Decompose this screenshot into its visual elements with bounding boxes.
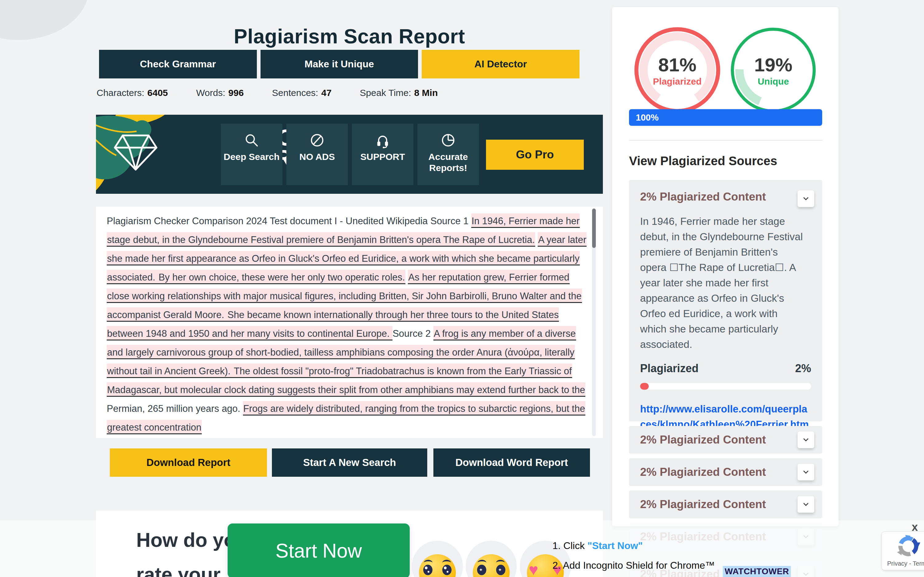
expand-source-button[interactable] <box>798 464 814 480</box>
instruction-step-2: 2. Add Incognito Shield for Chrome™ <box>552 556 715 575</box>
instruction-step-1: 1. Click "Start Now" <box>552 536 715 556</box>
go-pro-banner: GO PRO Deep Search NO ADS <box>96 115 603 194</box>
text-segment: Plagiarism Checker Comparison 2024 Test … <box>107 216 471 226</box>
headset-icon <box>375 132 391 148</box>
expand-source-button[interactable] <box>798 496 814 513</box>
source-card-collapsed[interactable]: 2% Plagiarized Content <box>629 426 822 454</box>
go-pro-button[interactable]: Go Pro <box>486 140 584 170</box>
unique-percent: 19% <box>754 54 792 76</box>
check-grammar-button[interactable]: Check Grammar <box>99 50 257 79</box>
scan-progress-bar: 100% <box>629 109 822 126</box>
text-segment <box>405 272 408 283</box>
source-meter-label: Plagiarized <box>640 362 698 375</box>
plagiarized-segment: By her own choice, these were her only t… <box>158 270 405 284</box>
stat-speak-time: Speak Time:8 Min <box>360 88 438 98</box>
source-excerpt: In 1946, Ferrier made her stage debut, i… <box>640 214 806 352</box>
download-word-report-button[interactable]: Download Word Report <box>434 448 590 477</box>
source-meter-value: 2% <box>795 362 811 375</box>
start-now-text-link[interactable]: "Start Now" <box>587 540 643 551</box>
source-meter-fill <box>640 383 649 390</box>
diamond-icon <box>111 132 161 172</box>
document-scrollbar-thumb[interactable] <box>592 208 596 248</box>
sources-heading: View Plagiarized Sources <box>629 154 777 168</box>
chevron-down-icon <box>802 500 810 508</box>
make-it-unique-button[interactable]: Make it Unique <box>261 50 418 79</box>
stat-words: Words:996 <box>196 88 244 98</box>
plagiarism-report-page: Plagiarism Scan Report Check Grammar Mak… <box>0 0 924 577</box>
document-text: Plagiarism Checker Comparison 2024 Test … <box>107 212 587 437</box>
go-pro-features: Deep Search NO ADS SUPPORT <box>221 124 479 185</box>
corner-decoration <box>0 0 89 40</box>
feature-no-ads: NO ADS <box>286 124 348 185</box>
chevron-down-icon <box>802 468 810 476</box>
source-meter-track <box>640 383 811 390</box>
plagiarized-label: Plagiarized <box>653 76 701 87</box>
stat-characters: Characters:6405 <box>97 88 168 98</box>
start-new-search-button[interactable]: Start A New Search <box>272 448 427 477</box>
recaptcha-privacy-terms[interactable]: Privacy - Terms <box>882 560 924 567</box>
scanned-document-card: Plagiarism Checker Comparison 2024 Test … <box>96 207 603 438</box>
source-card-collapsed[interactable]: 2% Plagiarized Content <box>629 491 822 518</box>
pie-chart-icon <box>440 132 456 148</box>
plagiarized-gauge: 81% Plagiarized <box>632 25 722 115</box>
page-title: Plagiarism Scan Report <box>96 24 603 48</box>
source-card-expanded: 2% Plagiarized Content In 1946, Ferrier … <box>629 180 822 421</box>
ai-detector-button[interactable]: AI Detector <box>422 50 579 79</box>
chevron-down-icon <box>802 195 810 203</box>
feature-deep-search: Deep Search <box>221 124 282 185</box>
collapse-source-button[interactable] <box>798 190 814 207</box>
unique-label: Unique <box>758 76 789 87</box>
text-segment: Source 2 <box>392 328 434 339</box>
sidebar-divider <box>629 140 822 140</box>
ad-instructions: 1. Click "Start Now" 2. Add Incognito Sh… <box>552 536 715 575</box>
search-icon <box>243 132 260 148</box>
results-sidebar: 81% Plagiarized 19% Unique 100% View Pla… <box>612 7 839 526</box>
download-report-button[interactable]: Download Report <box>110 448 267 477</box>
unique-gauge: 19% Unique <box>728 25 818 115</box>
watchtower-logo: WATCHTOWER <box>723 566 791 577</box>
top-actions: Check Grammar Make it Unique AI Detector <box>99 50 579 79</box>
no-ads-icon <box>309 132 325 148</box>
expand-source-button[interactable] <box>798 432 814 448</box>
start-now-button[interactable]: Start Now <box>227 524 410 577</box>
feature-support: SUPPORT <box>352 124 413 185</box>
chevron-down-icon <box>802 436 810 444</box>
text-segment: Permian, 265 million years ago. <box>107 403 243 414</box>
feature-accurate-reports: Accurate Reports! <box>418 124 479 185</box>
document-stats: Characters:6405 Words:996 Sentences:47 S… <box>97 88 438 98</box>
stat-sentences: Sentences:47 <box>272 88 331 98</box>
source-title: 2% Plagiarized Content <box>640 190 811 203</box>
recaptcha-icon <box>896 534 920 558</box>
recaptcha-badge[interactable]: Privacy - Terms <box>882 532 924 570</box>
source-card-collapsed[interactable]: 2% Plagiarized Content <box>629 458 822 486</box>
plagiarized-percent: 81% <box>658 54 697 76</box>
